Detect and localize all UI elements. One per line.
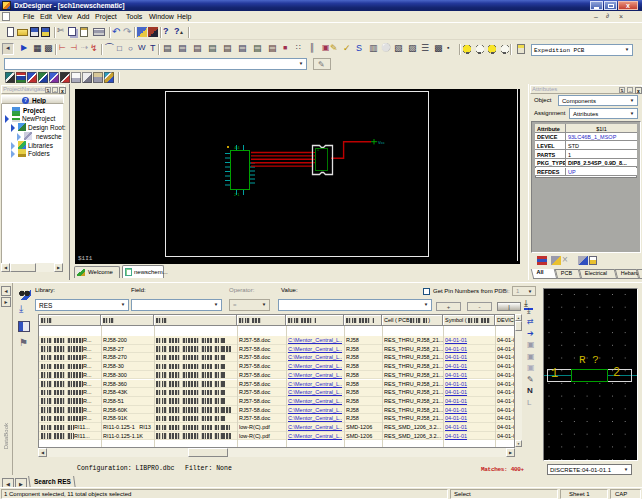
svg-text:R ?: R ? — [579, 354, 599, 366]
svg-text:1: 1 — [317, 148, 319, 152]
svg-text:1: 1 — [551, 367, 558, 381]
svg-text:4 4: 4 4 — [234, 145, 240, 150]
svg-text:2: 2 — [613, 366, 620, 380]
svg-text:$1I1: $1I1 — [78, 255, 93, 262]
svg-text:2 1: 2 1 — [234, 192, 240, 197]
svg-text:Vcc: Vcc — [378, 140, 385, 145]
